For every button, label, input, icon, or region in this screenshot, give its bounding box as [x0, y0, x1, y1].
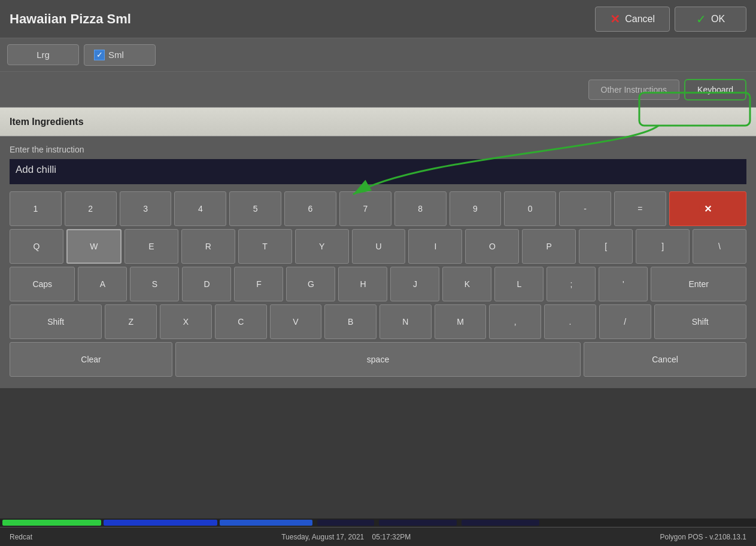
key-u[interactable]: U [352, 229, 406, 264]
keyboard-row-numbers: 1 2 3 4 5 6 7 8 9 0 - = ✕ [10, 191, 746, 226]
key-comma[interactable]: , [489, 304, 541, 339]
space-key[interactable]: space [175, 342, 581, 377]
progress-bar-dark1 [317, 520, 374, 526]
status-right: Polygon POS - v.2108.13.1 [660, 533, 746, 541]
size-sml-button[interactable]: ✓ Sml [84, 44, 156, 66]
key-4[interactable]: 4 [174, 191, 226, 226]
key-7[interactable]: 7 [339, 191, 391, 226]
key-y[interactable]: Y [295, 229, 349, 264]
keyboard-row-qwerty: Q W E R T Y U I O P [ ] \ [10, 229, 746, 264]
key-g[interactable]: G [286, 267, 335, 301]
progress-bar-dark2 [379, 520, 457, 526]
key-l[interactable]: L [494, 267, 544, 301]
key-quote[interactable]: ' [599, 267, 648, 301]
key-b[interactable]: B [324, 304, 377, 339]
title-bar-buttons: ✕ Cancel ✓ OK [595, 7, 746, 32]
key-minus[interactable]: - [559, 191, 611, 226]
status-center: Tuesday, August 17, 2021 05:17:32PM [281, 533, 411, 541]
backspace-button[interactable]: ✕ [669, 191, 746, 226]
progress-bars [0, 518, 756, 527]
key-8[interactable]: 8 [394, 191, 447, 226]
key-equals[interactable]: = [614, 191, 666, 226]
title-bar: Hawaiian Pizza Sml ✕ Cancel ✓ OK [0, 0, 756, 38]
clear-key[interactable]: Clear [10, 342, 172, 377]
status-left: Redcat [10, 533, 32, 541]
progress-bar-blue1 [104, 520, 217, 526]
key-t[interactable]: T [238, 229, 292, 264]
tab-area: Other Instructions Keyboard [0, 72, 756, 108]
key-c[interactable]: C [215, 304, 267, 339]
key-s[interactable]: S [130, 267, 179, 301]
key-m[interactable]: M [435, 304, 487, 339]
key-slash[interactable]: / [599, 304, 651, 339]
key-q[interactable]: Q [10, 229, 63, 264]
key-period[interactable]: . [544, 304, 596, 339]
ok-button[interactable]: ✓ OK [675, 7, 746, 32]
other-instructions-tab[interactable]: Other Instructions [588, 80, 680, 100]
keyboard-row-zxcv: Shift Z X C V B N M , . / Shift [10, 304, 746, 339]
keyboard-cancel-key[interactable]: Cancel [584, 342, 746, 377]
delete-icon: ✕ [699, 200, 716, 217]
progress-bar-green [2, 520, 101, 526]
key-r[interactable]: R [181, 229, 235, 264]
key-h[interactable]: H [338, 267, 387, 301]
key-2[interactable]: 2 [65, 191, 117, 226]
size-lrg-button[interactable]: Lrg [7, 44, 79, 65]
status-bar: Redcat Tuesday, August 17, 2021 05:17:32… [0, 527, 756, 546]
enter-key[interactable]: Enter [651, 267, 746, 301]
ok-label: OK [711, 14, 725, 25]
key-0[interactable]: 0 [504, 191, 556, 226]
cancel-button[interactable]: ✕ Cancel [595, 7, 670, 32]
key-e[interactable]: E [125, 229, 178, 264]
key-d[interactable]: D [182, 267, 231, 301]
keyboard-area: Enter the instruction Add chilli 1 2 3 4… [0, 136, 756, 388]
key-rbracket[interactable]: ] [636, 229, 690, 264]
size-bar: Lrg ✓ Sml [0, 38, 756, 72]
instruction-input[interactable]: Add chilli [10, 159, 746, 184]
key-o[interactable]: O [465, 229, 519, 264]
key-i[interactable]: I [408, 229, 462, 264]
caps-key[interactable]: Caps [10, 267, 75, 301]
keyboard-row-bottom: Clear space Cancel [10, 342, 746, 377]
key-9[interactable]: 9 [450, 191, 502, 226]
key-f[interactable]: F [234, 267, 283, 301]
key-k[interactable]: K [442, 267, 491, 301]
key-v[interactable]: V [270, 304, 322, 339]
keyboard-row-asdf: Caps A S D F G H J K L ; ' Enter [10, 267, 746, 301]
shift-left-key[interactable]: Shift [10, 304, 102, 339]
ok-icon: ✓ [696, 12, 706, 26]
key-n[interactable]: N [379, 304, 432, 339]
keyboard-tab[interactable]: Keyboard [684, 79, 746, 100]
key-backslash[interactable]: \ [693, 229, 746, 264]
key-w[interactable]: W [66, 229, 122, 264]
ingredients-title: Item Ingredients [10, 117, 84, 127]
key-x[interactable]: X [160, 304, 212, 339]
key-lbracket[interactable]: [ [579, 229, 633, 264]
key-5[interactable]: 5 [229, 191, 281, 226]
key-j[interactable]: J [390, 267, 439, 301]
key-p[interactable]: P [522, 229, 576, 264]
key-1[interactable]: 1 [10, 191, 62, 226]
key-3[interactable]: 3 [120, 191, 172, 226]
progress-bar-dark3 [462, 520, 539, 526]
key-semicolon[interactable]: ; [546, 267, 596, 301]
cancel-icon: ✕ [610, 12, 620, 26]
dialog-title: Hawaiian Pizza Sml [10, 11, 131, 27]
cancel-label: Cancel [625, 14, 655, 25]
size-sml-label: Sml [108, 50, 124, 60]
key-z[interactable]: Z [105, 304, 157, 339]
instruction-label: Enter the instruction [10, 145, 746, 154]
ingredients-section: Item Ingredients [0, 108, 756, 136]
key-a[interactable]: A [78, 267, 127, 301]
shift-right-key[interactable]: Shift [654, 304, 746, 339]
key-6[interactable]: 6 [284, 191, 336, 226]
progress-bar-blue2 [220, 520, 312, 526]
checked-icon: ✓ [94, 50, 105, 60]
